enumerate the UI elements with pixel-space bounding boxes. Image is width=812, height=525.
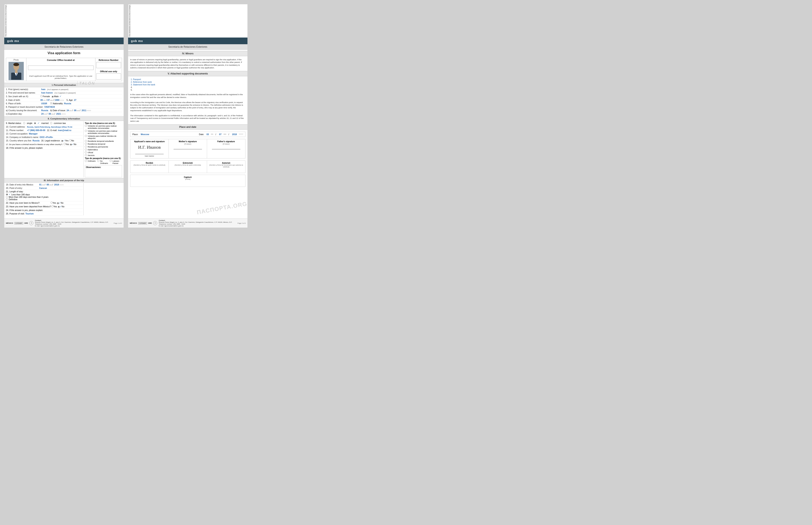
length-row: 21. Length of stay: ✓ Less than 180 days… (6, 190, 83, 201)
section2-body: 9. Marital status: single ✓ married comm… (4, 121, 124, 177)
radio-visa-9 (85, 154, 87, 156)
radio-visa-5 (85, 143, 87, 145)
radio-passport-3 (110, 160, 112, 162)
applicant-sig-box: Applicant's name and signature И.Г. Иван… (130, 139, 169, 158)
section3-header: III. Information and purpose of the trip (4, 178, 124, 183)
radio-visa-3 (85, 135, 87, 137)
header-ministry-p2: Secretaría de Relaciones Exteriores (128, 44, 247, 50)
section1-header: I. Personal information (4, 83, 124, 87)
consular-title: Consular Office located at (47, 59, 74, 61)
header-brand-p2: gob mx (128, 38, 247, 44)
address-row: 10. Current address: Russia, Saint-Peter… (6, 125, 83, 129)
ref-title: Reference Number (96, 59, 121, 61)
purpose-row: 25. Purpose of visit: Tourism (6, 212, 83, 215)
section2-left: 9. Marital status: single ✓ married comm… (6, 121, 83, 177)
sex-row: 3. Sex (mark with an X): Female Male ✓ (6, 94, 122, 99)
radio-common (50, 122, 52, 124)
top-area: Photo (6, 58, 122, 81)
length-opt2 (6, 196, 8, 198)
passport-type-title: Tipo de pasaporte (marca con una X): (85, 157, 122, 160)
sig-area: Applicant's name and signature И.Г. Иван… (130, 139, 245, 159)
doc-1: Passport (133, 78, 245, 80)
consular-input[interactable] (28, 65, 93, 70)
footer-contact-p1: Contact: Ricardo Flores Magón no. 2, pis… (35, 220, 112, 227)
visa-opt-2: Visitante con permiso para realizar acti… (85, 130, 122, 134)
legal-text-2: The information contained in this applic… (128, 114, 247, 123)
radio-visa-1 (85, 125, 87, 127)
ref-input[interactable] (96, 62, 121, 68)
criminal-yes (63, 143, 66, 145)
page-2: The distribution of this form is free of… (128, 4, 248, 228)
photo-box: Photo (6, 58, 26, 81)
watermark: ПАСПОРТА.ORG (196, 201, 248, 216)
form-title: Visa application form (4, 50, 124, 57)
explain1-row: 18. If the answer is yes, please explain… (6, 146, 83, 150)
official-input[interactable] (96, 73, 121, 79)
country-live-row: 15. Country where you live: Russia 16. L… (6, 139, 83, 142)
legal-text-1: According to the Immigration Law and its… (128, 100, 247, 112)
radio-married (34, 122, 36, 124)
passport-row: 8. Passport or travel document number: 7… (6, 105, 122, 109)
capturo-box: Capturó (Firma) (130, 175, 245, 187)
dob-row: 4. Date of birth: 09 DD / 07 MM / 1990 Y… (6, 99, 122, 102)
visa-opt-7: Diplomática (85, 149, 122, 151)
doc-2: Reference from work (133, 81, 245, 83)
issue-row: a) Country issuing the document: Russia … (6, 109, 122, 112)
deported-yes (52, 205, 54, 207)
deported-row: 23. Have you ever been deported from Méx… (6, 205, 83, 209)
section4-text: In case of minors or persons requiring l… (128, 57, 247, 70)
visa-opt-5: Residencia temporal (85, 143, 122, 145)
footer-logos-p1: MÉXICO COFEMER SRE ⚜ (6, 221, 33, 225)
legal-yes (61, 140, 63, 142)
occupation-row: 13. Current occupation: Manager (6, 132, 83, 135)
been-mexico-row: 22. Have you ever been to Mexico?: Yes ✓… (6, 201, 83, 205)
pob-row: 6. Place of birth: USSR 7. Nationality: … (6, 102, 122, 105)
marital-row: 9. Marital status: single ✓ married comm… (6, 121, 83, 125)
place-date-header: Place and date (128, 124, 247, 130)
visa-opt-1: Visitante sin permiso para realizar acti… (85, 125, 122, 129)
criminal-no (70, 144, 72, 146)
last-name-row: 2. First and second last names: Ivan Iva… (6, 91, 122, 94)
place-date-row: Place: Moscow Date: 03 DD / 07 MM / 2018… (130, 132, 245, 137)
radio-visa-8 (85, 151, 87, 153)
radio-visa-7 (85, 149, 87, 151)
header-brand-p1: gob mx (4, 38, 124, 44)
company-row: 14. Company or Institution's name: OOO «… (6, 135, 83, 139)
doc-5 (133, 89, 245, 91)
section4-header: IV. Minors (128, 51, 247, 56)
visa-opt-6: Residencia permanente (85, 146, 122, 148)
section5-footer: In the cases when the applicant presents… (128, 92, 247, 100)
section3-right (84, 183, 122, 215)
page-1: The distribution of this form is free of… (4, 4, 124, 228)
section2-right: Tipo de visa (marca con una X): Visitant… (84, 121, 122, 177)
length-opt1 (6, 194, 8, 196)
phone-email-row: 11. Phone number: +7 (966) 000-00-00 12.… (6, 129, 83, 132)
visa-opt-3: Visitante para realizar trámites de adop… (85, 135, 122, 139)
visa-opt-4: Residente temporal estudiante (85, 140, 122, 142)
footer-logos-p2: MÉXICO COFEMER SRE ⚜ (130, 221, 157, 225)
svg-rect-6 (15, 70, 17, 73)
photo-image (9, 62, 24, 80)
radio-visa-2 (85, 130, 87, 132)
section3-body: 19. Date of entry into Mexico: 01 DD / 0… (4, 183, 124, 215)
entry-date-row: 19. Date of entry into Mexico: 01 DD / 0… (6, 183, 83, 186)
radio-visa-6 (85, 146, 87, 148)
radio-passport-1 (85, 160, 87, 162)
ref-box: Reference Number Official use only (96, 58, 122, 81)
passport-opt-1: Ordinario No Ordinario Laissez-Passer (85, 160, 122, 164)
observaciones-box: Observaciones: (85, 165, 122, 177)
section2-header: II. Complementary information (4, 117, 124, 121)
recibio-box: Recibió (Nombre y firma de quien recibe … (130, 161, 169, 173)
explain2-row: 24. If the answer is yes, please explain… (6, 209, 83, 212)
been-no (57, 202, 59, 204)
first-name-row: 1. First (given) name(s): Ivan (As it ap… (6, 88, 122, 91)
visa-opt-8: Oficial (85, 151, 122, 153)
sig-line-mother (174, 149, 202, 149)
footer-page-p1: Page 1 of 2 (114, 222, 122, 224)
point-entry-row: 20. Point of entry: Cancun (6, 186, 83, 190)
visa-type-title: Tipo de visa (marca con una X): (85, 122, 122, 124)
footer-p1: MÉXICO COFEMER SRE ⚜ Contact: Ricardo Fl… (4, 219, 124, 228)
consular-note: Each applicant must fill out an individu… (28, 74, 93, 80)
talon-text: TALÓN (77, 81, 95, 86)
radio-female-circle (40, 95, 42, 97)
